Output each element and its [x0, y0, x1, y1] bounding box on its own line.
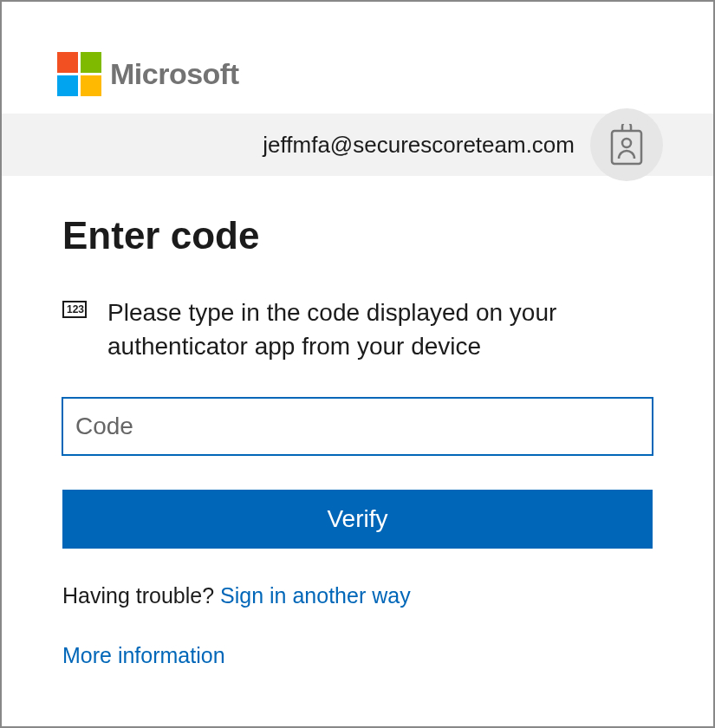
code-input[interactable]: [62, 398, 653, 455]
trouble-prefix: Having trouble?: [62, 583, 220, 608]
microsoft-logo-icon: [57, 52, 101, 96]
id-badge-icon: [590, 108, 663, 181]
sign-in-another-way-link[interactable]: Sign in another way: [220, 583, 411, 608]
verify-button[interactable]: Verify: [62, 490, 653, 549]
trouble-text: Having trouble? Sign in another way: [62, 583, 653, 608]
instruction-row: 123 Please type in the code displayed on…: [62, 296, 653, 363]
dialog-card: Microsoft jeffmfa@securescoreteam.com En…: [0, 0, 715, 728]
dialog-content: Microsoft jeffmfa@securescoreteam.com En…: [2, 2, 713, 668]
svg-point-1: [622, 139, 631, 147]
microsoft-logo: Microsoft: [57, 52, 658, 96]
instruction-text: Please type in the code displayed on you…: [107, 296, 653, 363]
main-content: Enter code 123 Please type in the code d…: [2, 176, 713, 668]
account-email: jeffmfa@securescoreteam.com: [263, 132, 575, 159]
microsoft-logo-text: Microsoft: [110, 57, 239, 91]
page-title: Enter code: [62, 214, 653, 257]
header: Microsoft: [2, 2, 713, 114]
account-bar: jeffmfa@securescoreteam.com: [2, 114, 713, 176]
more-information-link[interactable]: More information: [62, 643, 653, 668]
code-123-icon: 123: [62, 301, 87, 318]
